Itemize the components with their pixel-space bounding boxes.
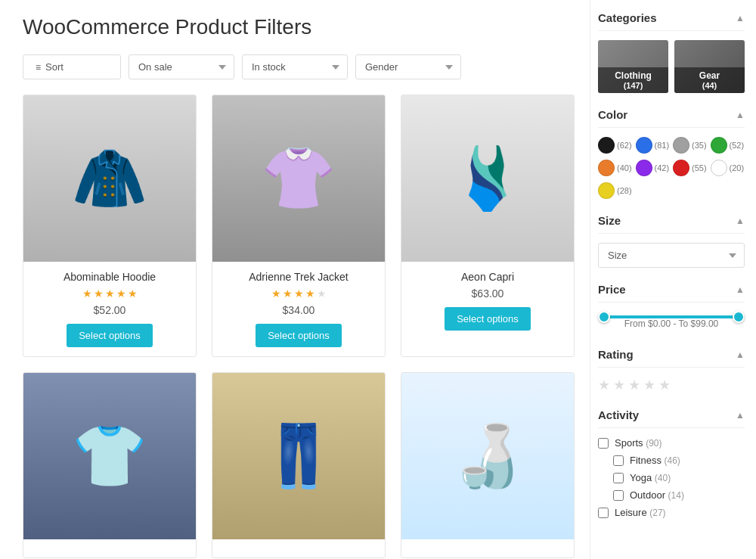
- price-label: From $0.00 - To $99.00: [598, 318, 745, 329]
- chevron-up-color-icon: ▲: [736, 110, 745, 120]
- activity-checkbox-yoga[interactable]: [613, 473, 624, 483]
- chevron-up-rating-icon: ▲: [736, 349, 745, 360]
- color-item-yellow: (28): [598, 182, 633, 199]
- sidebar-size-section: Size ▲ Size: [598, 214, 745, 268]
- color-item-green: (52): [711, 137, 745, 154]
- activity-checkbox-fitness[interactable]: [613, 455, 624, 466]
- chevron-up-size-icon: ▲: [736, 216, 745, 226]
- sidebar-activity-title: Activity: [598, 408, 639, 421]
- star-j3: ★: [294, 287, 304, 300]
- chevron-up-price-icon: ▲: [736, 284, 745, 295]
- category-grid: Clothing (147) Gear (44): [598, 40, 745, 93]
- color-swatch-orange[interactable]: [598, 160, 615, 176]
- activity-item-yoga: Yoga (40): [598, 472, 745, 483]
- product-card-capri: 🩱 Aeon Capri $63.00 Select options: [401, 95, 575, 357]
- color-swatch-yellow[interactable]: [598, 182, 615, 199]
- select-options-jacket[interactable]: Select options: [256, 324, 342, 347]
- sidebar-activity-section: Activity ▲ Sports (90) Fitness (46) Yoga…: [598, 408, 745, 518]
- sidebar-categories-section: Categories ▲ Clothing (147) Gear (44): [598, 11, 745, 93]
- color-swatch-gray[interactable]: [673, 137, 689, 154]
- star-1: ★: [82, 287, 92, 300]
- star-j2: ★: [283, 287, 293, 300]
- sidebar-rating-title: Rating: [598, 348, 634, 361]
- product-image-jacket: 👚: [212, 95, 385, 262]
- rating-star-1[interactable]: ★: [598, 377, 610, 393]
- color-swatch-purple[interactable]: [636, 160, 652, 176]
- size-select[interactable]: Size: [598, 243, 745, 268]
- activity-checkbox-sports[interactable]: [598, 438, 609, 449]
- activity-label-sports: Sports (90): [615, 437, 662, 449]
- select-options-capri[interactable]: Select options: [445, 307, 531, 331]
- price-handle-max[interactable]: [733, 311, 745, 323]
- color-item-white: (20): [711, 160, 745, 176]
- sidebar-price-header: Price ▲: [598, 283, 745, 303]
- activity-item-sports: Sports (90): [598, 437, 745, 449]
- main-content: WooCommerce Product Filters ≡ Sort On sa…: [0, 0, 590, 559]
- product-card-pants: 👖: [212, 372, 386, 558]
- star-3: ★: [105, 287, 115, 300]
- star-4: ★: [116, 287, 126, 300]
- product-price-hoodie: $52.00: [33, 304, 187, 316]
- activity-label-yoga: Yoga (40): [630, 472, 671, 483]
- activity-label-outdoor: Outdoor (14): [630, 489, 684, 501]
- sort-label: Sort: [45, 61, 64, 73]
- rating-star-2[interactable]: ★: [613, 377, 625, 393]
- color-swatch-white[interactable]: [711, 160, 727, 176]
- sidebar-color-section: Color ▲ (62) (81) (35): [598, 108, 745, 199]
- color-item-red: (55): [673, 160, 708, 176]
- rating-star-3[interactable]: ★: [628, 377, 640, 393]
- sidebar-rating-section: Rating ▲ ★ ★ ★ ★ ★: [598, 348, 745, 393]
- color-swatch-green[interactable]: [711, 137, 727, 154]
- color-count-green: (52): [730, 141, 745, 150]
- price-track: [598, 315, 745, 318]
- activity-checkbox-leisure[interactable]: [598, 508, 609, 518]
- sort-icon: ≡: [36, 62, 41, 73]
- sidebar-activity-header: Activity ▲: [598, 408, 745, 428]
- product-card-jacket: 👚 Adrienne Trek Jacket ★ ★ ★ ★ ★ $34.00 …: [212, 95, 386, 357]
- product-stars-hoodie: ★ ★ ★ ★ ★: [33, 287, 187, 300]
- star-j1: ★: [271, 287, 281, 300]
- color-count-gray: (35): [692, 141, 707, 150]
- product-stars-jacket: ★ ★ ★ ★ ★: [222, 287, 376, 300]
- category-label-gear: Gear (44): [674, 67, 745, 93]
- product-image-tshirt: 👕: [23, 373, 196, 539]
- chevron-up-activity-icon: ▲: [736, 410, 745, 421]
- color-count-purple: (42): [655, 163, 670, 172]
- product-card-tshirt: 👕: [23, 372, 197, 558]
- color-swatch-black[interactable]: [598, 137, 615, 154]
- product-image-capri: 🩱: [401, 95, 574, 262]
- sort-button[interactable]: ≡ Sort: [23, 54, 121, 79]
- category-card-gear[interactable]: Gear (44): [674, 40, 745, 93]
- price-range-wrap: From $0.00 - To $99.00: [598, 312, 745, 333]
- colors-grid: (62) (81) (35) (52) (40): [598, 137, 745, 199]
- category-card-clothing[interactable]: Clothing (147): [598, 40, 668, 93]
- product-price-jacket: $34.00: [222, 304, 376, 316]
- color-count-white: (20): [730, 163, 745, 172]
- color-item-orange: (40): [598, 160, 633, 176]
- sidebar-price-title: Price: [598, 283, 626, 296]
- product-info-capri: Aeon Capri $63.00 Select options: [401, 262, 574, 340]
- sidebar-size-header: Size ▲: [598, 214, 745, 234]
- sidebar-categories-header: Categories ▲: [598, 11, 745, 31]
- rating-star-4[interactable]: ★: [643, 377, 655, 393]
- product-card-bottle: 🍶: [401, 372, 575, 558]
- color-item-gray: (35): [673, 137, 708, 154]
- in-stock-select[interactable]: In stock: [242, 54, 348, 79]
- rating-star-5[interactable]: ★: [658, 377, 671, 393]
- on-sale-select[interactable]: On sale: [129, 54, 234, 79]
- product-grid: 🧥 Abominable Hoodie ★ ★ ★ ★ ★ $52.00 Sel…: [23, 95, 575, 558]
- rating-stars: ★ ★ ★ ★ ★: [598, 377, 745, 393]
- color-swatch-blue[interactable]: [636, 137, 652, 154]
- color-count-blue: (81): [655, 141, 670, 150]
- product-image-hoodie: 🧥: [23, 95, 196, 262]
- sidebar-color-title: Color: [598, 108, 627, 121]
- product-name-capri: Aeon Capri: [411, 271, 565, 283]
- color-count-black: (62): [617, 141, 632, 150]
- filter-bar: ≡ Sort On sale In stock Gender: [23, 54, 575, 79]
- activity-checkbox-outdoor[interactable]: [613, 490, 624, 501]
- category-label-clothing: Clothing (147): [598, 67, 668, 93]
- select-options-hoodie[interactable]: Select options: [67, 324, 153, 347]
- color-swatch-red[interactable]: [673, 160, 689, 176]
- price-handle-min[interactable]: [598, 311, 610, 323]
- gender-select[interactable]: Gender: [355, 54, 461, 79]
